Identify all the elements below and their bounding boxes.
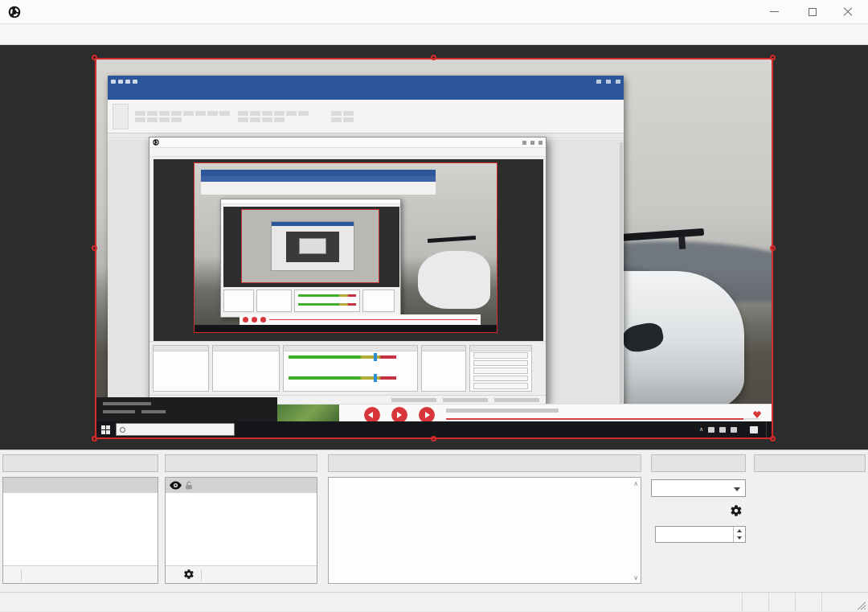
- transition-properties-gear-icon[interactable]: [730, 504, 743, 520]
- recursive-mixer-panel: [283, 345, 418, 392]
- capture-handle[interactable]: [92, 245, 97, 251]
- recursive-word-ribbon: [201, 182, 436, 195]
- sources-list[interactable]: [165, 477, 317, 584]
- paste-button: [113, 104, 129, 129]
- visibility-eye-icon[interactable]: [170, 481, 182, 490]
- chevron-down-icon: [734, 487, 740, 491]
- source-properties-gear-icon[interactable]: [183, 569, 194, 581]
- recursive-taskbar: [194, 325, 497, 332]
- transitions-toolbar: [651, 504, 746, 520]
- cortana-icon: [120, 427, 125, 433]
- taskbar-search-box: [116, 423, 235, 436]
- duration-spinbox[interactable]: [655, 526, 746, 543]
- level3-capture: [241, 209, 379, 283]
- mixer-panel: ∧ ∨: [328, 454, 641, 584]
- word-window-controls: [596, 80, 620, 84]
- maximize-icon[interactable]: [804, 3, 821, 21]
- word-title-bar: [108, 76, 624, 87]
- controls-panel: [754, 454, 866, 477]
- controls-panel-header[interactable]: [754, 454, 866, 472]
- recursive-sources-panel: [212, 345, 280, 392]
- word-ribbon-tabs: [108, 87, 624, 100]
- font-group: [135, 111, 231, 122]
- recursive-car: [418, 251, 490, 308]
- playback-progress-bar: [446, 418, 743, 420]
- mixer-scroll-up-icon[interactable]: ∧: [633, 480, 638, 487]
- spin-down-icon[interactable]: [734, 535, 745, 543]
- show-desktop-strip: [766, 421, 768, 437]
- rec-time-status: [768, 593, 795, 611]
- lock-icon[interactable]: [185, 480, 193, 491]
- sources-panel-header[interactable]: [165, 454, 317, 472]
- recursive-capture-region: [194, 162, 497, 333]
- system-tray: ∧: [699, 421, 772, 437]
- title-bar: [0, 0, 868, 24]
- recursive-obs-docks: [149, 341, 546, 395]
- spin-up-icon[interactable]: [734, 527, 745, 535]
- capture-handle[interactable]: [92, 55, 97, 60]
- editing-group: [331, 111, 363, 122]
- mixer-panel-header[interactable]: [328, 454, 641, 472]
- status-bar: [0, 592, 868, 611]
- display-capture-region[interactable]: ∧: [95, 58, 773, 439]
- start-button-icon: [101, 425, 110, 434]
- transitions-panel: [651, 454, 746, 543]
- recursive-controls-panel: [469, 345, 532, 392]
- mixer-box: ∧ ∨: [328, 477, 641, 584]
- level2-sources-panel: [256, 290, 292, 312]
- scene-list-item[interactable]: [3, 478, 158, 493]
- menu-bar: [0, 24, 868, 45]
- capture-handle[interactable]: [770, 55, 776, 60]
- recursive-obs-title-bar: [149, 138, 546, 148]
- heart-icon: [753, 411, 761, 418]
- input-indicator-icon: [731, 427, 737, 433]
- duration-row: [651, 526, 746, 543]
- obs-main-window: ∧: [0, 0, 868, 612]
- minimize-icon[interactable]: [765, 3, 783, 21]
- recursive-word-title-bar: [201, 170, 436, 176]
- recursive-obs-level2: [220, 199, 401, 318]
- next-track-button: [419, 407, 435, 423]
- mixer-scroll-down-icon[interactable]: ∨: [633, 574, 638, 581]
- source-list-item[interactable]: [166, 478, 317, 493]
- level2-mixer-panel: [294, 290, 360, 312]
- scenes-toolbar: [3, 565, 158, 583]
- windows-taskbar: ∧: [96, 421, 772, 437]
- recursive-obs-menu-bar: [149, 148, 546, 157]
- capture-handle[interactable]: [770, 436, 776, 442]
- dock-area: ∧ ∨: [0, 450, 868, 592]
- volume-icon: [719, 427, 726, 433]
- close-icon[interactable]: [842, 6, 854, 18]
- cpu-fps-status: [795, 593, 821, 611]
- level2-title-bar: [221, 199, 400, 204]
- recursive-music-player: [240, 314, 481, 325]
- resize-grip[interactable]: [858, 602, 866, 610]
- capture-handle[interactable]: [770, 245, 776, 251]
- scenes-panel-header[interactable]: [2, 454, 158, 472]
- tray-chevron-icon: ∧: [699, 426, 703, 433]
- play-button: [391, 407, 407, 423]
- capture-handle[interactable]: [92, 436, 97, 442]
- word-scrollbar: [620, 142, 623, 407]
- action-center-icon: [750, 426, 758, 433]
- recursive-car-wing: [427, 236, 475, 243]
- word-ribbon: [108, 100, 624, 133]
- song-title-text: [446, 409, 559, 413]
- level2-preview: [223, 207, 399, 287]
- capture-handle[interactable]: [431, 55, 436, 60]
- capture-handle[interactable]: [431, 436, 436, 442]
- scenes-list[interactable]: [2, 477, 158, 584]
- level3-word-bar: [272, 222, 354, 226]
- recursive-obs-preview: [154, 159, 543, 341]
- preview-canvas[interactable]: ∧: [0, 45, 868, 450]
- level2-controls-panel: [362, 290, 395, 312]
- dark-window-fragment: [96, 397, 277, 425]
- obs-logo-icon: [153, 139, 159, 146]
- sources-list-empty: [166, 493, 317, 565]
- transition-select[interactable]: [651, 479, 746, 497]
- scenes-panel: [2, 454, 158, 584]
- paragraph-group: [238, 111, 318, 122]
- recursive-obs-window: [149, 137, 547, 404]
- level2-docks: [223, 290, 399, 312]
- transitions-panel-header[interactable]: [651, 454, 746, 472]
